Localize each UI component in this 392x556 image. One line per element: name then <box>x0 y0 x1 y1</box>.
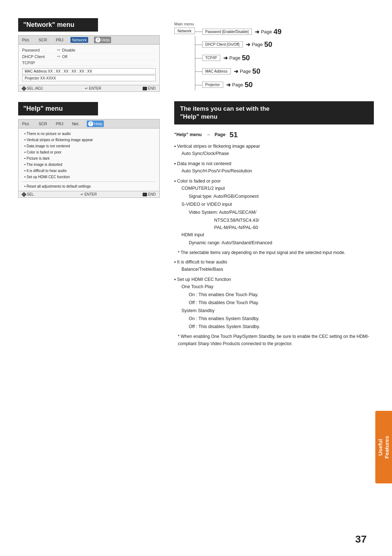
page50-link-3: ➜ Page 50 <box>234 67 261 75</box>
hfooter-enter: ↵ ENTER <box>81 192 97 196</box>
tcpip-label: TCP/IP <box>22 61 55 65</box>
page-wrapper: UsefulFeatures 37 "Network" menu Pict. S… <box>0 0 392 556</box>
tab-help[interactable]: ? Help <box>94 37 111 43</box>
page49-word: Page <box>261 29 272 34</box>
password-arrow: ⇨ <box>55 48 62 52</box>
help-content: "Help" menu → Page 51 Vertical stripes o… <box>174 129 374 347</box>
help-menu-tabs: Pict. SCR PRJ Net. ? Help <box>19 119 159 128</box>
help-sub-4: Balance/Treble/Bass <box>174 266 374 273</box>
help-sub-3b: Signal type: Auto/RGB/Component <box>174 193 374 200</box>
page50-word-1: Page <box>252 42 263 47</box>
page50-arrow-3: ➜ <box>234 68 238 75</box>
help-menu-footer: SEL. ↵ ENTER END <box>19 191 159 197</box>
help-sub-5d: System Standby <box>174 307 374 314</box>
hdiamond-icon <box>21 192 26 197</box>
network-menu-section: "Network" menu Pict. SCR PRJ Network ? H… <box>18 18 160 92</box>
htab-help[interactable]: ? Help <box>87 120 104 127</box>
end-icon <box>143 87 147 90</box>
help-item-7: It is difficult to hear audio <box>24 168 156 174</box>
htab-pict: Pict. <box>21 121 31 127</box>
page50-link-2: ➜ Page 50 <box>223 54 250 62</box>
dhcp-node: DHCP Client [On/Off] <box>202 41 243 48</box>
tab-network[interactable]: Network <box>70 37 88 43</box>
mac-address-box: MAC Address XX : XX : XX : XX : XX : XX <box>22 68 156 74</box>
diagram-entry-5: Projector ➜ Page 50 <box>202 81 282 89</box>
diamond-icon <box>21 86 26 91</box>
help-header-line1: The items you can set with the <box>180 105 270 112</box>
help-sub-5c: Off : This disables One Touch Play. <box>174 299 374 306</box>
hend-label: END <box>148 192 156 196</box>
diagram-entry-3: TCP/IP ➜ Page 50 <box>202 54 282 62</box>
menu-row-tcpip: TCP/IP <box>22 60 156 66</box>
page50-arrow-4: ➜ <box>226 82 231 88</box>
page-number: 37 <box>355 533 367 545</box>
enter-label: ENTER <box>89 86 101 90</box>
help-detail-item-2: Data image is not centered Auto Sync/H-P… <box>174 160 374 175</box>
menu-row-dhcp: DHCP Client ⇨ Off <box>22 53 156 60</box>
help-note-2: * When enabling One Touch Play/System St… <box>174 333 374 347</box>
help-item-5: Picture is dark <box>24 155 156 162</box>
henter-label: ENTER <box>85 192 97 196</box>
network-node-group: Network <box>174 28 195 34</box>
sel-label: SEL./ADJ. <box>27 86 44 90</box>
help-item-6: The image is distorted <box>24 162 156 168</box>
help-item-1: There is no picture or audio <box>24 131 156 137</box>
end-label: END <box>148 86 156 90</box>
page50-word-2: Page <box>229 55 240 61</box>
help-detail-item-3: Color is faded or poor COMPUTER1/2 input… <box>174 177 374 246</box>
help-sub-2: Auto Sync/H-Pos/V-Pos/Resolution <box>174 167 374 175</box>
footer-sel: SEL./ADJ. <box>22 86 44 90</box>
footer-end: END <box>143 86 156 90</box>
help-items-section: The items you can set with the "Help" me… <box>174 101 374 347</box>
diagram-entry-2: DHCP Client [On/Off] ➜ Page 50 <box>202 40 282 49</box>
hend-icon <box>143 193 147 196</box>
help-sub-3g: HDMI input <box>174 231 374 238</box>
network-menu-header: "Network" menu <box>18 18 98 32</box>
page50-num-2: 50 <box>242 54 250 62</box>
page49-num: 49 <box>273 28 281 36</box>
projector-box: Projector XX-XXXX <box>22 75 156 81</box>
network-node-box: Network <box>174 28 195 34</box>
help-note-1: * The selectable items vary depending on… <box>174 249 374 256</box>
footer-enter: ↵ ENTER <box>85 86 101 90</box>
diagram-sub-entries: DHCP Client [On/Off] ➜ Page 50 T <box>195 40 282 90</box>
network-menu-box: Pict. SCR PRJ Network ? Help Password ⇨ <box>18 35 160 92</box>
tab-pict: Pict. <box>21 37 31 43</box>
help-item-3: Data image is not centered <box>24 143 156 149</box>
network-menu-body: Password ⇨ Disable DHCP Client ⇨ Off TCP… <box>19 45 159 85</box>
help-sub-5a: One Touch Play <box>174 283 374 290</box>
page-ref-word: Page <box>215 131 225 138</box>
page50-num-3: 50 <box>252 67 260 75</box>
help-menu-body: There is no picture or audio Vertical st… <box>19 128 159 191</box>
help-menu-list: There is no picture or audio Vertical st… <box>22 131 156 180</box>
dhcp-arrow: ⇨ <box>55 54 62 59</box>
hsel-label: SEL. <box>27 192 35 196</box>
page50-link-1: ➜ Page 50 <box>246 40 273 49</box>
henter-icon: ↵ <box>81 192 83 196</box>
tab-scr: SCR <box>37 37 48 43</box>
page-ref-num: 51 <box>230 129 238 140</box>
page50-num-1: 50 <box>264 40 272 49</box>
help-detail-item-1: Vertical stripes or flickering image app… <box>174 143 374 157</box>
main-layout: "Network" menu Pict. SCR PRJ Network ? H… <box>18 18 374 349</box>
page49-arrow: ➜ <box>255 29 260 35</box>
right-column: Main menu Network <box>174 18 374 349</box>
page-ref-prefix: "Help" menu <box>174 131 202 138</box>
hfooter-sel: SEL. <box>22 192 35 196</box>
help-sub-1: Auto Sync/Clock/Phase <box>174 150 374 157</box>
page50-word-4: Page <box>232 82 243 87</box>
page50-link-4: ➜ Page 50 <box>226 81 253 89</box>
dhcp-value: Off <box>62 54 67 59</box>
help-sub-3c: S-VIDEO or VIDEO input <box>174 201 374 208</box>
password-value: Disable <box>62 48 75 52</box>
help-sub-3d: Video System: Auto/PAL/SECAM/ <box>174 209 374 216</box>
page-ref-arrow: → <box>206 131 211 138</box>
help-detail-item-4: It is difficult to hear audio Balance/Tr… <box>174 258 374 273</box>
sub-boxes: MAC Address XX : XX : XX : XX : XX : XX … <box>22 66 156 83</box>
side-tab-text: UsefulFeatures <box>377 436 390 459</box>
help-question-icon-active: ? <box>88 121 93 126</box>
help-item-4: Color is faded or poor <box>24 149 156 155</box>
help-detail-item-5: Set up HDMI CEC function One Touch Play … <box>174 276 374 330</box>
page50-num-4: 50 <box>245 81 253 89</box>
password-label: Password <box>22 48 55 52</box>
